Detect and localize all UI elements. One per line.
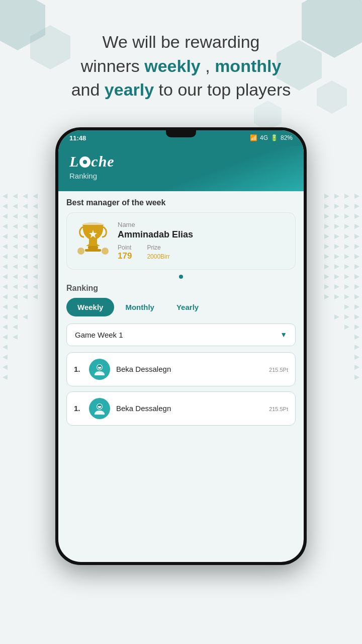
svg-marker-105 [334, 314, 339, 319]
svg-marker-92 [324, 274, 329, 279]
ranking-row-2: 1. Beka Dessalegn 215.5Pt [66, 391, 296, 426]
svg-point-118 [102, 248, 109, 255]
svg-marker-42 [23, 294, 28, 299]
prize-currency: Birr [160, 253, 170, 260]
svg-marker-6 [23, 204, 28, 209]
dropdown-arrow-icon: ▼ [280, 331, 287, 339]
winner-name-label: Name [118, 221, 285, 228]
header-line2-prefix: winners [81, 56, 145, 75]
svg-marker-97 [354, 294, 359, 299]
svg-marker-11 [33, 214, 38, 219]
svg-marker-66 [344, 214, 349, 219]
wifi-icon: 📶 [250, 134, 257, 141]
header-text: We will be rewarding winners weekly , mo… [0, 0, 362, 117]
svg-marker-53 [3, 345, 8, 350]
svg-marker-79 [334, 244, 339, 249]
point-label: Point [118, 244, 132, 251]
svg-marker-39 [33, 284, 38, 289]
svg-marker-100 [324, 294, 329, 299]
svg-marker-71 [334, 224, 339, 229]
svg-marker-60 [324, 194, 329, 199]
tab-weekly[interactable]: Weekly [66, 298, 114, 316]
svg-marker-62 [344, 204, 349, 209]
svg-marker-43 [33, 294, 38, 299]
score-unit-2: Pt [283, 406, 288, 412]
trophy-icon [77, 221, 110, 261]
phone-notch [166, 130, 196, 137]
point-value: 179 [118, 251, 132, 261]
svg-marker-50 [13, 325, 18, 330]
svg-marker-24 [3, 254, 8, 259]
svg-marker-0 [3, 194, 8, 199]
svg-marker-32 [3, 274, 8, 279]
svg-marker-68 [324, 214, 329, 219]
svg-marker-106 [354, 325, 359, 330]
phone-screen: 11:48 📶 4G 🔋 82% Lche Ranking Best manag… [58, 130, 304, 562]
svg-marker-33 [13, 274, 18, 279]
svg-marker-77 [354, 244, 359, 249]
svg-marker-8 [3, 214, 8, 219]
svg-marker-7 [33, 204, 38, 209]
svg-marker-1 [13, 194, 18, 199]
svg-marker-45 [13, 304, 18, 309]
ranking-label: Ranking [66, 284, 296, 293]
svg-marker-4 [3, 204, 8, 209]
svg-marker-112 [354, 375, 359, 380]
phone-mockup: 11:48 📶 4G 🔋 82% Lche Ranking Best manag… [55, 127, 307, 565]
app-logo: Lche [69, 153, 293, 170]
tab-monthly[interactable]: Monthly [114, 298, 165, 316]
winner-section-title: Best manager of the week [66, 198, 296, 207]
svg-marker-104 [344, 314, 349, 319]
svg-marker-108 [354, 335, 359, 340]
svg-marker-28 [3, 264, 8, 269]
svg-point-117 [77, 248, 84, 255]
signal-icon: 4G [260, 134, 268, 141]
svg-marker-59 [334, 194, 339, 199]
svg-marker-25 [13, 254, 18, 259]
svg-marker-61 [354, 204, 359, 209]
svg-marker-26 [23, 254, 28, 259]
svg-marker-82 [344, 254, 349, 259]
svg-marker-14 [23, 224, 28, 229]
player-score-2: 215.5Pt [269, 404, 288, 413]
right-pattern [322, 191, 362, 543]
svg-marker-46 [3, 314, 8, 319]
svg-marker-2 [23, 194, 28, 199]
rank-number-2: 1. [74, 404, 83, 413]
svg-marker-67 [334, 214, 339, 219]
svg-marker-38 [23, 284, 28, 289]
svg-marker-15 [33, 224, 38, 229]
svg-marker-48 [23, 314, 28, 319]
svg-marker-57 [354, 194, 359, 199]
status-time: 11:48 [69, 134, 86, 142]
svg-marker-30 [23, 264, 28, 269]
svg-marker-81 [354, 254, 359, 259]
tab-yearly[interactable]: Yearly [165, 298, 210, 316]
svg-marker-75 [334, 234, 339, 239]
svg-marker-84 [324, 254, 329, 259]
svg-marker-3 [33, 194, 38, 199]
header-line3-suffix: to our top players [154, 80, 291, 99]
header-line1: We will be rewarding [102, 32, 259, 51]
ranking-row-1: 1. Beka Dessalegn 215.5Pt [66, 352, 296, 386]
winner-card: Name Amminadab Elias Point 179 Prize 200… [66, 212, 296, 270]
logo-ball [79, 156, 90, 168]
svg-marker-23 [33, 244, 38, 249]
player-avatar-2 [89, 398, 110, 419]
svg-rect-124 [98, 405, 101, 406]
svg-marker-87 [334, 264, 339, 269]
svg-marker-90 [344, 274, 349, 279]
header-sep: , [201, 56, 215, 75]
winner-info: Name Amminadab Elias Point 179 Prize 200… [118, 221, 285, 261]
svg-marker-76 [324, 234, 329, 239]
game-week-dropdown[interactable]: Game Week 1 ▼ [66, 324, 296, 346]
rank-number-1: 1. [74, 365, 83, 373]
winner-stats: Point 179 Prize 2000Birr [118, 244, 285, 261]
svg-marker-44 [3, 304, 8, 309]
svg-marker-89 [354, 274, 359, 279]
yearly-highlight: yearly [105, 80, 154, 99]
svg-marker-93 [354, 284, 359, 289]
svg-marker-83 [334, 254, 339, 259]
svg-rect-115 [85, 249, 101, 252]
svg-marker-22 [23, 244, 28, 249]
